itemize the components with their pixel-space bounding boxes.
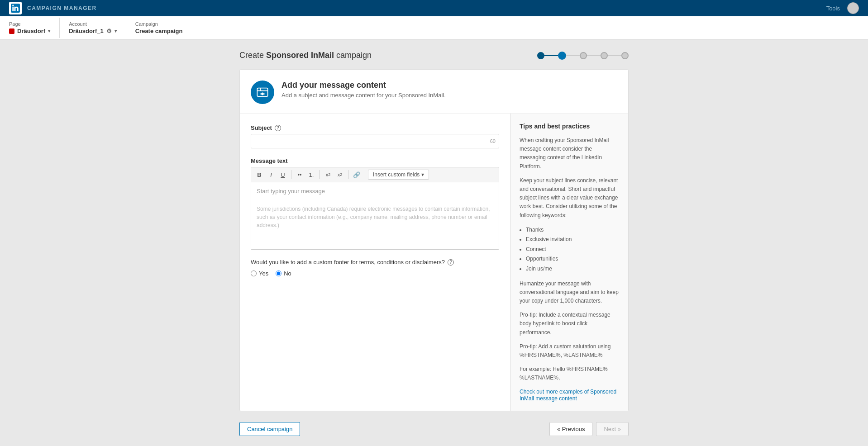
subject-char-count: 60	[490, 138, 496, 144]
chevron-down-icon-account: ▾	[114, 28, 117, 33]
link-button[interactable]: 🔗	[351, 169, 362, 180]
campaign-type: Sponsored InMail	[266, 51, 334, 60]
breadcrumb-campaign-label: Campaign	[135, 21, 183, 27]
nav-left: CAMPAIGN MANAGER	[9, 2, 97, 14]
svg-point-2	[261, 93, 264, 95]
top-navigation: CAMPAIGN MANAGER Tools	[0, 0, 868, 16]
footer-no-text: No	[284, 270, 291, 277]
breadcrumb-campaign-value: Create campaign	[135, 28, 183, 34]
bullet-list-button[interactable]: ••	[294, 169, 305, 180]
keyword-item: Join us/me	[526, 264, 619, 274]
tools-link[interactable]: Tools	[826, 5, 840, 12]
chevron-down-icon: ▾	[48, 28, 50, 33]
nav-buttons: « Previous Next »	[549, 422, 629, 436]
avatar[interactable]	[847, 2, 859, 14]
ordered-list-button[interactable]: 1.	[306, 169, 317, 180]
message-label: Message text	[251, 157, 288, 164]
page-title: Create Sponsored InMail campaign	[239, 51, 372, 60]
tips-title: Tips and best practices	[520, 123, 619, 130]
card-subtitle: Add a subject and message content for yo…	[281, 92, 446, 99]
subject-input[interactable]	[251, 134, 499, 148]
keyword-item: Exclusive invitation	[526, 235, 619, 245]
tips-para5: Pro-tip: Add a custom salutation using %…	[520, 342, 619, 360]
breadcrumb-campaign: Campaign Create campaign	[135, 18, 192, 38]
footer-radio-group: Yes No	[251, 270, 499, 277]
breadcrumb-page-label: Page	[9, 21, 50, 27]
step-5	[621, 52, 629, 59]
page-name: Dräusdorf	[17, 28, 45, 34]
breadcrumb-account-value: Dräusdorf_1 ⚙ ▾	[69, 28, 117, 34]
footer-question-group: Would you like to add a custom footer fo…	[251, 259, 499, 277]
breadcrumb: Page Dräusdorf ▾ Account Dräusdorf_1 ⚙ ▾…	[0, 16, 868, 40]
dropdown-arrow-icon: ▾	[421, 171, 424, 178]
svg-rect-1	[257, 88, 267, 97]
breadcrumb-page: Page Dräusdorf ▾	[9, 18, 60, 38]
subject-group: Subject ? 60	[251, 124, 499, 148]
card-title: Add your message content	[281, 81, 446, 90]
card-icon	[251, 81, 274, 104]
step-line-4	[608, 55, 621, 56]
underline-button[interactable]: U	[277, 169, 288, 180]
bold-button[interactable]: B	[254, 169, 265, 180]
footer-question-text: Would you like to add a custom footer fo…	[251, 259, 445, 266]
message-placeholder-text: Start typing your message	[257, 187, 493, 196]
step-line-2	[566, 55, 580, 56]
create-prefix: Create	[239, 51, 264, 60]
tips-para2: Keep your subject lines concise, relevan…	[520, 176, 619, 220]
toolbar-separator-4	[365, 170, 365, 179]
message-label-group: Message text	[251, 157, 499, 164]
account-name: Dräusdorf_1	[69, 28, 104, 34]
insert-custom-fields-button[interactable]: Insert custom fields ▾	[368, 170, 429, 180]
progress-stepper	[537, 52, 629, 60]
card-body: Subject ? 60 Message text B	[240, 114, 628, 411]
tips-para1: When crafting your Sponsored InMail mess…	[520, 136, 619, 171]
page-color-dot	[9, 28, 14, 34]
footer-question-label: Would you like to add a custom footer fo…	[251, 259, 499, 266]
keyword-item: Connect	[526, 245, 619, 255]
subject-help-icon[interactable]: ?	[275, 125, 281, 131]
card-header-text: Add your message content Add a subject a…	[281, 81, 446, 99]
message-toolbar: B I U •• 1. x2 x2 🔗 Insert custom fi	[251, 167, 499, 182]
footer-yes-text: Yes	[259, 270, 268, 277]
step-line-3	[587, 55, 601, 56]
footer-yes-label[interactable]: Yes	[251, 270, 268, 277]
footer-yes-radio[interactable]	[251, 270, 257, 276]
content-card: Add your message content Add a subject a…	[239, 69, 629, 411]
message-placeholder-note: Some jurisdictions (including Canada) re…	[257, 205, 493, 229]
form-section: Subject ? 60 Message text B	[240, 114, 510, 411]
create-suffix: campaign	[336, 51, 372, 60]
footer-no-radio[interactable]	[276, 270, 281, 276]
insert-custom-label: Insert custom fields	[373, 171, 420, 178]
app-title: CAMPAIGN MANAGER	[27, 5, 97, 11]
subscript-button[interactable]: x2	[334, 169, 345, 180]
tips-para4: Pro-tip: Include a contextual message bo…	[520, 311, 619, 337]
campaign-name: Create campaign	[135, 28, 183, 34]
message-textarea-wrap[interactable]: Start typing your message Some jurisdict…	[251, 182, 499, 250]
tips-keywords: ThanksExclusive invitationConnectOpportu…	[526, 225, 619, 274]
gear-icon[interactable]: ⚙	[106, 28, 112, 34]
subject-label: Subject	[251, 124, 272, 131]
card-header: Add your message content Add a subject a…	[240, 70, 628, 114]
keyword-item: Opportunities	[526, 254, 619, 264]
message-content-area[interactable]: Start typing your message Some jurisdict…	[251, 182, 499, 234]
tips-section: Tips and best practices When crafting yo…	[510, 114, 628, 411]
step-2	[558, 52, 566, 60]
next-button: Next »	[596, 422, 629, 436]
step-3	[580, 52, 587, 59]
main-content: Create Sponsored InMail campaign	[230, 51, 638, 411]
tips-para6: For example: Hello %FIRSTNAME% %LASTNAME…	[520, 365, 619, 382]
superscript-button[interactable]: x2	[323, 169, 334, 180]
toolbar-separator-2	[320, 170, 320, 179]
step-4	[601, 52, 608, 59]
italic-button[interactable]: I	[266, 169, 277, 180]
footer-no-label[interactable]: No	[276, 270, 291, 277]
tips-link[interactable]: Check out more examples of Sponsored InM…	[520, 389, 616, 402]
tips-para3: Humanize your message with conversationa…	[520, 280, 619, 306]
breadcrumb-page-value[interactable]: Dräusdorf ▾	[9, 28, 50, 34]
cancel-campaign-button[interactable]: Cancel campaign	[239, 422, 300, 436]
footer-help-icon[interactable]: ?	[448, 259, 454, 266]
previous-button[interactable]: « Previous	[549, 422, 592, 436]
toolbar-separator-1	[291, 170, 291, 179]
subject-input-wrap: 60	[251, 134, 499, 148]
step-1	[537, 52, 544, 59]
